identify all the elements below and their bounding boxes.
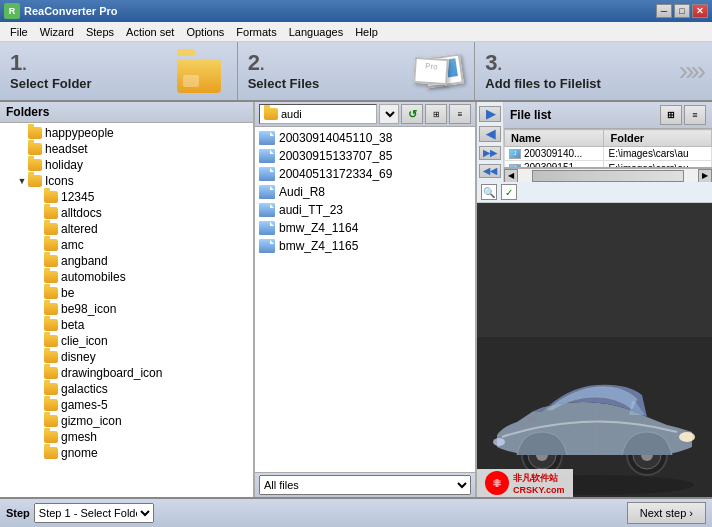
file-list-item[interactable]: bmw_Z4_1165	[255, 237, 475, 255]
filelist-table-wrapper[interactable]: Name Folder J200309140...E:\images\cars\…	[504, 129, 712, 168]
folder-tree-item[interactable]: 12345	[0, 189, 253, 205]
files-list[interactable]: 20030914045110_3820030915133707_85200405…	[255, 127, 475, 472]
folder-tree-item[interactable]: clie_icon	[0, 333, 253, 349]
folder-tree-item[interactable]: gnome	[0, 445, 253, 461]
filelist-toolbar: ⊞ ≡	[660, 105, 706, 125]
menu-help[interactable]: Help	[349, 24, 384, 40]
close-button[interactable]: ✕	[692, 4, 708, 18]
file-name: 20030914045110_38	[279, 131, 392, 145]
step-select[interactable]: Step 1 - Select Folder	[34, 503, 154, 523]
folder-name: amc	[61, 238, 84, 252]
folder-name: disney	[61, 350, 96, 364]
file-entry-name: J200309140...	[505, 147, 604, 161]
remove-file-button[interactable]: ◀	[479, 126, 501, 142]
menu-wizard[interactable]: Wizard	[34, 24, 80, 40]
folder-tree-item[interactable]: holiday	[0, 157, 253, 173]
preview-icon-btn[interactable]: 🔍	[481, 184, 497, 200]
main-area: Folders happypeopleheadsetholiday▼Icons1…	[0, 102, 712, 497]
folder-tree-item[interactable]: be98_icon	[0, 301, 253, 317]
folder-icon	[28, 175, 42, 187]
view-list-button[interactable]: ≡	[449, 104, 471, 124]
horiz-scrollbar[interactable]: ◀ ▶	[504, 168, 712, 182]
folder-name: be98_icon	[61, 302, 116, 316]
menu-steps[interactable]: Steps	[80, 24, 120, 40]
remove-all-button[interactable]: ◀◀	[479, 164, 501, 178]
file-list-item[interactable]: audi_TT_23	[255, 201, 475, 219]
folder-tree-item[interactable]: be	[0, 285, 253, 301]
app-icon: R	[4, 3, 20, 19]
file-list-item[interactable]: 20030914045110_38	[255, 129, 475, 147]
step-3-number: 3.	[485, 52, 601, 74]
folder-tree-item[interactable]: galactics	[0, 381, 253, 397]
folders-tree[interactable]: happypeopleheadsetholiday▼Icons12345allt…	[0, 123, 253, 497]
refresh-button[interactable]: ↺	[401, 104, 423, 124]
folder-tree-item[interactable]: ▼Icons	[0, 173, 253, 189]
col-folder: Folder	[604, 130, 712, 147]
menu-file[interactable]: File	[4, 24, 34, 40]
folder-icon	[44, 447, 58, 459]
folder-icon	[44, 191, 58, 203]
file-list-item[interactable]: 20040513172334_69	[255, 165, 475, 183]
folder-tree-item[interactable]: disney	[0, 349, 253, 365]
file-icon	[259, 221, 275, 235]
folder-name: be	[61, 286, 74, 300]
filelist-header: File list ⊞ ≡	[504, 102, 712, 129]
menu-action-set[interactable]: Action set	[120, 24, 180, 40]
file-filter-select[interactable]: All files*.jpg*.png*.bmp*.gif*.tiff	[259, 475, 471, 495]
add-file-button[interactable]: ▶	[479, 106, 501, 122]
titlebar-title: ReaConverter Pro	[24, 5, 118, 17]
step-2-panel: 2. Select Files Pro	[238, 42, 476, 100]
svg-rect-11	[528, 417, 536, 422]
folder-tree-item[interactable]: beta	[0, 317, 253, 333]
col-name: Name	[505, 130, 604, 147]
folder-tree-item[interactable]: altered	[0, 221, 253, 237]
folder-icon	[44, 223, 58, 235]
file-icon	[259, 185, 275, 199]
filelist-btn2[interactable]: ≡	[684, 105, 706, 125]
step-3-panel: 3. Add files to Filelist »»	[475, 42, 712, 100]
folder-name: headset	[45, 142, 88, 156]
next-step-button[interactable]: Next step ›	[627, 502, 706, 524]
scroll-thumb[interactable]	[532, 170, 684, 182]
minimize-button[interactable]: ─	[656, 4, 672, 18]
folder-tree-item[interactable]: gmesh	[0, 429, 253, 445]
file-list-item[interactable]: 20030915133707_85	[255, 147, 475, 165]
folder-icon	[44, 319, 58, 331]
titlebar: R ReaConverter Pro ─ □ ✕	[0, 0, 712, 22]
folder-tree-item[interactable]: drawingboard_icon	[0, 365, 253, 381]
folder-icon	[44, 431, 58, 443]
preview-checkbox[interactable]: ✓	[501, 184, 517, 200]
menu-formats[interactable]: Formats	[230, 24, 282, 40]
scroll-right-btn[interactable]: ▶	[698, 169, 712, 183]
folder-tree-item[interactable]: alltdocs	[0, 205, 253, 221]
folder-name: 12345	[61, 190, 94, 204]
folder-tree-item[interactable]: angband	[0, 253, 253, 269]
add-all-button[interactable]: ▶▶	[479, 146, 501, 160]
folder-path-select[interactable]	[379, 104, 399, 124]
menu-options[interactable]: Options	[180, 24, 230, 40]
filelist-title: File list	[510, 108, 551, 122]
menu-languages[interactable]: Languages	[283, 24, 349, 40]
expand-icon[interactable]: ▼	[16, 176, 28, 186]
file-list-item[interactable]: Audi_R8	[255, 183, 475, 201]
file-entry-name: J200309151...	[505, 161, 604, 168]
filelist-btn1[interactable]: ⊞	[660, 105, 682, 125]
file-list-item[interactable]: bmw_Z4_1164	[255, 219, 475, 237]
table-row[interactable]: J200309151...E:\images\cars\au	[505, 161, 712, 168]
folder-tree-item[interactable]: happypeople	[0, 125, 253, 141]
folder-tree-item[interactable]: automobiles	[0, 269, 253, 285]
folder-tree-item[interactable]: headset	[0, 141, 253, 157]
folder-icon	[44, 303, 58, 315]
folder-tree-item[interactable]: games-5	[0, 397, 253, 413]
file-name: 20030915133707_85	[279, 149, 392, 163]
maximize-button[interactable]: □	[674, 4, 690, 18]
view-toggle-button[interactable]: ⊞	[425, 104, 447, 124]
table-row[interactable]: J200309140...E:\images\cars\au	[505, 147, 712, 161]
folder-tree-item[interactable]: amc	[0, 237, 253, 253]
folder-tree-item[interactable]: gizmo_icon	[0, 413, 253, 429]
file-icon	[259, 239, 275, 253]
watermark-line1: 非凡软件站	[513, 472, 565, 485]
current-folder-name: audi	[281, 108, 302, 120]
step-2-label: Select Files	[248, 76, 320, 91]
scroll-left-btn[interactable]: ◀	[504, 169, 518, 183]
